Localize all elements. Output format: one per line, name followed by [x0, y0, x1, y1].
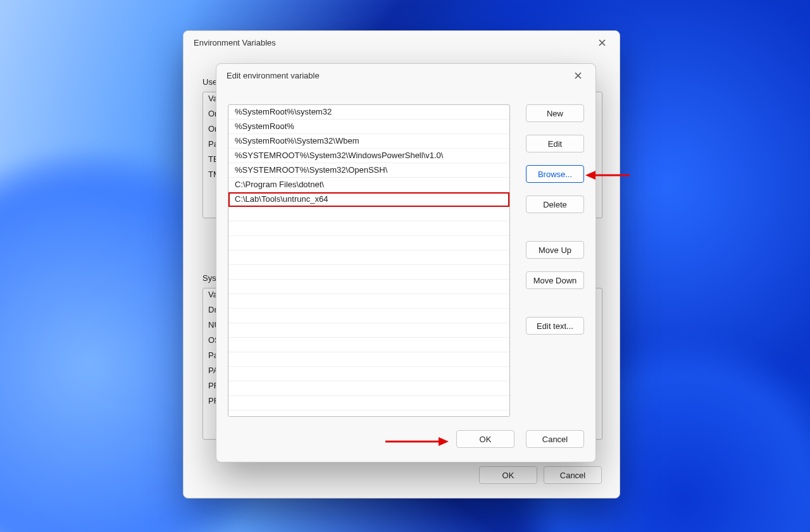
edit-text-button[interactable]: Edit text... — [526, 317, 584, 335]
svg-marker-3 — [439, 437, 449, 446]
path-entry-empty[interactable] — [228, 236, 509, 251]
env-dialog-titlebar: Environment Variables — [184, 31, 620, 54]
path-entry-empty[interactable] — [228, 294, 509, 309]
path-entry[interactable]: C:\Program Files\dotnet\ — [228, 178, 509, 192]
env-dialog-title: Environment Variables — [194, 38, 276, 47]
svg-marker-1 — [585, 171, 595, 180]
edit-button[interactable]: Edit — [526, 135, 584, 152]
path-entry[interactable]: %SystemRoot%\system32 — [228, 105, 509, 120]
env-ok-button[interactable]: OK — [479, 466, 537, 484]
path-entry-empty[interactable] — [228, 338, 509, 352]
path-entry-empty[interactable] — [228, 367, 509, 381]
path-entry[interactable]: C:\Lab\Tools\untrunc_x64 — [228, 192, 509, 207]
path-entry-empty[interactable] — [228, 381, 509, 396]
path-entry-empty[interactable] — [228, 265, 509, 280]
path-entry-empty[interactable] — [228, 352, 509, 367]
env-cancel-button[interactable]: Cancel — [544, 466, 602, 484]
path-entries-list[interactable]: %SystemRoot%\system32%SystemRoot%%System… — [228, 104, 510, 417]
annotation-arrow-icon — [385, 436, 449, 447]
ok-button[interactable]: OK — [456, 430, 514, 448]
path-entry[interactable]: %SystemRoot% — [228, 120, 509, 134]
path-entry-empty[interactable] — [228, 207, 509, 221]
path-entry-empty[interactable] — [228, 396, 509, 411]
close-icon[interactable] — [568, 66, 588, 84]
browse-button[interactable]: Browse... — [526, 165, 584, 183]
new-button[interactable]: New — [526, 104, 584, 122]
move-up-button[interactable]: Move Up — [526, 241, 584, 259]
edit-env-var-dialog: Edit environment variable %SystemRoot%\s… — [216, 63, 596, 462]
path-entry-empty[interactable] — [228, 251, 509, 265]
path-entry[interactable]: %SYSTEMROOT%\System32\WindowsPowerShell\… — [228, 149, 509, 163]
move-down-button[interactable]: Move Down — [526, 271, 584, 289]
path-entry[interactable]: %SystemRoot%\System32\Wbem — [228, 134, 509, 149]
edit-dialog-title: Edit environment variable — [227, 71, 320, 80]
cancel-button[interactable]: Cancel — [526, 430, 584, 448]
path-entry-empty[interactable] — [228, 323, 509, 338]
close-icon[interactable] — [592, 34, 612, 51]
annotation-arrow-icon — [585, 170, 630, 181]
path-entry-empty[interactable] — [228, 280, 509, 294]
path-entry-empty[interactable] — [228, 309, 509, 323]
path-entry-empty[interactable] — [228, 221, 509, 236]
edit-dialog-titlebar: Edit environment variable — [216, 64, 595, 87]
delete-button[interactable]: Delete — [526, 195, 584, 213]
path-entry[interactable]: %SYSTEMROOT%\System32\OpenSSH\ — [228, 163, 509, 178]
